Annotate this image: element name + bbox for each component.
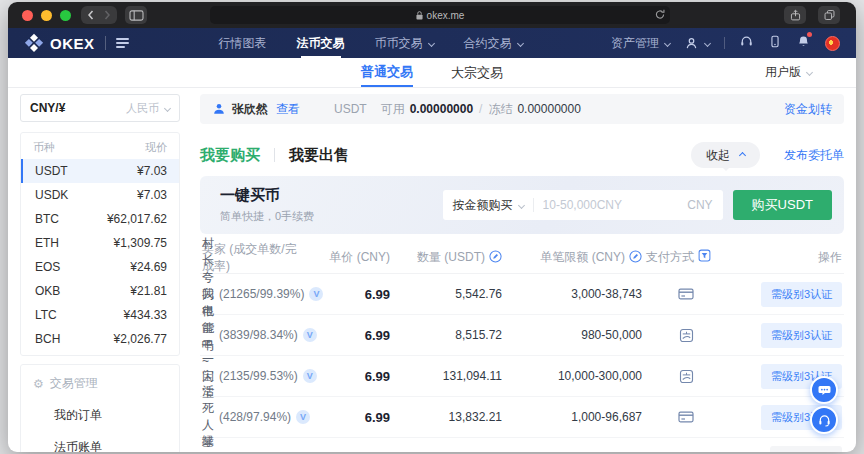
- header-limit: 单笔限额 (CNY): [504, 249, 644, 266]
- nav-item-markets[interactable]: 行情图表: [219, 28, 267, 58]
- nav-item-spot-trading[interactable]: 币币交易: [375, 28, 434, 58]
- forward-button[interactable]: [99, 7, 115, 23]
- amount-input[interactable]: [543, 198, 682, 212]
- user-version-select[interactable]: 用户版: [765, 64, 812, 81]
- notifications-bell-icon[interactable]: [796, 34, 811, 52]
- nav-item-assets[interactable]: 资产管理: [611, 35, 670, 52]
- seller-stats: (2135/99.53%): [219, 369, 298, 383]
- price-cell: 6.99: [308, 369, 392, 384]
- chevron-down-icon: [806, 69, 813, 76]
- edit-amount-icon[interactable]: [489, 250, 502, 263]
- frozen-amount: 0.00000000: [517, 102, 580, 116]
- minimize-window-button[interactable]: [41, 10, 52, 21]
- trade-management-panel: ⚙交易管理 我的订单 法币账单 收付款设置: [20, 364, 180, 452]
- header-price: 单价 (CNY): [308, 249, 392, 266]
- seller-stats: (3839/98.34%): [219, 328, 298, 342]
- table-row: 活死人墓(428/97.94%)V 6.99 13,832.21 1,000-9…: [200, 397, 844, 438]
- tab-block-trade[interactable]: 大宗交易: [451, 58, 503, 87]
- zoom-window-button[interactable]: [60, 10, 71, 21]
- sidebar-toggle-icon[interactable]: [125, 6, 147, 24]
- quick-buy-button[interactable]: 购买USDT: [733, 190, 832, 220]
- row-action-button[interactable]: 购买USDT: [770, 446, 842, 452]
- coin-row-bch[interactable]: BCH¥2,026.77: [21, 327, 179, 351]
- language-flag-icon[interactable]: [825, 36, 840, 51]
- notification-badge: [807, 32, 812, 37]
- collapse-button[interactable]: 收起: [691, 142, 760, 168]
- account-name: 张欣然: [232, 101, 268, 118]
- alipay-icon: [679, 451, 694, 452]
- quick-buy-title: 一键买币: [220, 186, 314, 205]
- coin-price-list: 币种 现价 USDT¥7.03 USDK¥7.03 BTC¥62,017.62 …: [20, 132, 180, 356]
- chevron-down-icon: [164, 104, 171, 111]
- tab-buy[interactable]: 我要购买: [200, 146, 260, 165]
- currency-pair: CNY/¥: [30, 101, 65, 115]
- header-amount: 数量 (USDT): [392, 249, 504, 266]
- address-bar[interactable]: okex.me: [210, 6, 670, 24]
- support-float-button[interactable]: [810, 406, 838, 434]
- publish-order-link[interactable]: 发布委托单: [784, 147, 844, 164]
- quick-buy-subtitle: 简单快捷，0手续费: [220, 209, 314, 224]
- price-cell: 6.99: [308, 287, 392, 302]
- user-account-icon[interactable]: [684, 36, 710, 51]
- site-header: OKEX 行情图表 法币交易 币币交易 合约交易 资产管理: [8, 28, 856, 58]
- okex-logo-icon: [24, 33, 44, 53]
- chevron-down-icon: [518, 201, 525, 208]
- tab-sell[interactable]: 我要出售: [289, 146, 349, 165]
- coin-row-eos[interactable]: EOS¥24.69: [21, 255, 179, 279]
- nav-item-futures-trading[interactable]: 合约交易: [464, 28, 523, 58]
- close-window-button[interactable]: [22, 10, 33, 21]
- mobile-app-icon[interactable]: [768, 34, 782, 52]
- menu-icon[interactable]: [116, 35, 129, 50]
- manage-title: 交易管理: [50, 375, 98, 392]
- coin-row-usdk[interactable]: USDK¥7.03: [21, 183, 179, 207]
- limit-cell: 980-50,000: [504, 328, 644, 342]
- available-label: 可用: [381, 101, 405, 118]
- sidebar-item-my-orders[interactable]: 我的订单: [33, 407, 167, 424]
- amount-cell: 131,094.11: [392, 369, 504, 383]
- coin-row-usdt[interactable]: USDT¥7.03: [21, 159, 179, 183]
- support-headset-icon[interactable]: [739, 34, 754, 52]
- fiat-currency-select[interactable]: CNY/¥ 人民币: [20, 94, 180, 122]
- coin-row-ltc[interactable]: LTC¥434.33: [21, 303, 179, 327]
- limit-cell: 1,000-96,687: [504, 410, 644, 424]
- coin-row-btc[interactable]: BTC¥62,017.62: [21, 207, 179, 231]
- coin-row-eth[interactable]: ETH¥1,309.75: [21, 231, 179, 255]
- chevron-down-icon: [664, 39, 671, 46]
- header-payment: 支付方式: [644, 249, 728, 266]
- view-link[interactable]: 查看: [276, 101, 300, 118]
- available-amount: 0.00000000: [410, 102, 473, 116]
- price-column-header: 现价: [145, 140, 167, 155]
- account-bar: 张欣然 查看 USDT 可用 0.00000000 / 冻结 0.0000000…: [200, 94, 844, 124]
- price-cell: 6.99: [308, 410, 392, 425]
- edit-limit-icon[interactable]: [629, 250, 642, 263]
- coin-row-okb[interactable]: OKB¥21.81: [21, 279, 179, 303]
- chevron-down-icon: [516, 39, 523, 46]
- lock-icon: [416, 11, 423, 20]
- tab-overview-icon[interactable]: [818, 6, 840, 24]
- nav-item-fiat-trading[interactable]: 法币交易: [297, 28, 345, 58]
- payment-method-icon: [644, 409, 728, 425]
- buy-mode-select[interactable]: 按金额购买: [453, 197, 524, 214]
- trade-mode-tabs: 普通交易 大宗交易 用户版: [8, 58, 856, 88]
- seller-name[interactable]: 绿箭侠: [202, 433, 214, 452]
- tab-normal-trade[interactable]: 普通交易: [361, 58, 413, 87]
- share-icon[interactable]: [784, 6, 806, 24]
- chat-float-button[interactable]: [810, 376, 838, 404]
- chevron-down-icon: [704, 39, 711, 46]
- browser-window: okex.me OKEX 行情图表 法币交易 币币交易 合约交易: [8, 2, 856, 452]
- sidebar-item-fiat-bills[interactable]: 法币账单: [33, 439, 167, 452]
- payment-method-icon: [644, 451, 728, 452]
- okex-logo[interactable]: OKEX: [24, 33, 95, 53]
- payment-filter-icon[interactable]: [698, 249, 711, 262]
- reload-icon[interactable]: [654, 8, 666, 23]
- gear-icon: ⚙: [33, 377, 44, 391]
- asset-symbol: USDT: [334, 102, 367, 116]
- alipay-icon: [679, 328, 694, 343]
- amount-cell: 13,832.21: [392, 410, 504, 424]
- back-button[interactable]: [83, 7, 99, 23]
- row-action-button[interactable]: 需级别3认证: [761, 282, 842, 307]
- row-action-button[interactable]: 需级别3认证: [761, 323, 842, 348]
- payment-method-icon: [644, 369, 728, 384]
- table-row: 绿箭侠(2900/99.72%)V 6.99 33,982.35 3,000-1…: [200, 438, 844, 452]
- fund-transfer-link[interactable]: 资金划转: [784, 101, 832, 118]
